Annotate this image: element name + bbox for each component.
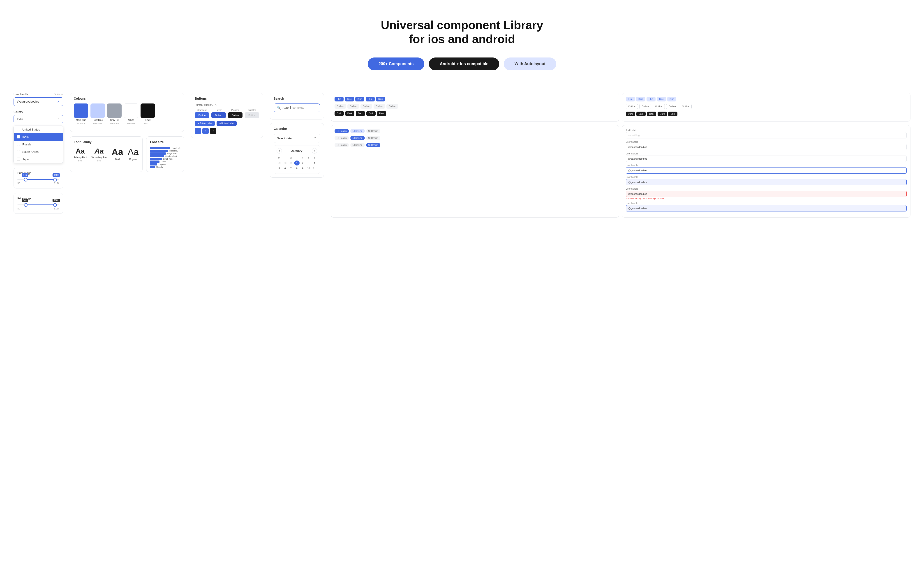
something-placeholder: something — [628, 134, 640, 137]
mini-ol-3[interactable]: Outline — [653, 104, 665, 109]
mini-blue-4[interactable]: Blue — [366, 97, 375, 102]
cal-day-29[interactable]: 29 — [277, 160, 282, 165]
mini-dk-4[interactable]: Dark — [658, 112, 667, 116]
mini-blue-3[interactable]: Blue — [355, 97, 364, 102]
mini-lb-4[interactable]: Blue — [657, 97, 666, 102]
dot-btn-2[interactable]: ● — [202, 128, 209, 134]
tags-card-left: UI Design UI Design UI Design UI Design … — [331, 125, 619, 217]
mini-dark-4[interactable]: Dark — [366, 111, 376, 116]
range-fill-2 — [26, 204, 55, 205]
mini-dk-2[interactable]: Dark — [636, 112, 646, 116]
mini-ol-5[interactable]: Outline — [680, 104, 692, 109]
mini-blue-5[interactable]: Blue — [376, 97, 385, 102]
range-thumb-right-1[interactable]: $10k — [53, 178, 57, 181]
cal-day-5[interactable]: 5 — [277, 166, 282, 171]
tag-ui-design-6[interactable]: UI Design — [366, 136, 381, 140]
field-input-4[interactable]: @gauravdoodles — [626, 179, 907, 185]
cal-day-31[interactable]: 31 — [288, 160, 294, 165]
dropdown-item-india[interactable]: India — [14, 133, 63, 141]
components-badge[interactable]: 200+ Components — [368, 58, 424, 70]
dropdown-item-russia[interactable]: Russia — [14, 141, 63, 148]
btn-icon-label-2[interactable]: ● Button Label — [216, 121, 237, 126]
tag-ui-design-7[interactable]: UI Design — [335, 143, 349, 147]
tag-ui-design-8[interactable]: UI Design — [350, 143, 365, 147]
dot-btn-3[interactable]: ● — [210, 128, 216, 134]
autolayout-badge[interactable]: With Autolayout — [504, 58, 556, 70]
mini-lb-1[interactable]: Blue — [626, 97, 635, 102]
cal-day-4[interactable]: 4 — [312, 160, 317, 165]
field-input-5[interactable]: @gauravdoodles — [626, 191, 907, 197]
range-track-2: $4k $10k — [17, 204, 59, 205]
font-size-label-4: Medium Text — [165, 155, 177, 157]
mini-dark-3[interactable]: Dark — [356, 111, 365, 116]
dropdown-item-us[interactable]: United States — [14, 126, 63, 133]
mini-gray-1[interactable]: Outline — [335, 104, 346, 109]
mini-blue-1[interactable]: Blue — [335, 97, 343, 102]
mini-dark-1[interactable]: Dark — [335, 111, 344, 116]
mini-lb-3[interactable]: Blue — [647, 97, 655, 102]
price-range-card-1: Price range $4k $10k $0 $12k — [13, 168, 63, 188]
cal-day-7[interactable]: 7 — [288, 166, 294, 171]
mini-ol-4[interactable]: Outline — [666, 104, 678, 109]
icon-label-row: ● Button Label ● Button Label — [195, 121, 259, 126]
mini-lb-5[interactable]: Blue — [667, 97, 676, 102]
mini-dark-5[interactable]: Dark — [377, 111, 386, 116]
mini-gray-3[interactable]: Outline — [360, 104, 372, 109]
calendar-select-row[interactable]: Select date ⌃ — [274, 134, 320, 143]
user-handle-input[interactable]: @gauravdoodles ✓ — [13, 97, 63, 106]
field-group-6: User handle @gauravdoodles — [626, 202, 907, 211]
btn-standard[interactable]: Button — [195, 112, 209, 118]
mini-lb-2[interactable]: Blue — [636, 97, 645, 102]
tag-ui-design-3[interactable]: UI Design — [366, 129, 381, 133]
range-thumb-right-2[interactable]: $10k — [53, 203, 57, 207]
dropdown-item-south-korea[interactable]: South Korea — [14, 148, 63, 156]
field-input-3[interactable]: @gauravdoodles | — [626, 167, 907, 174]
dropdown-item-japan[interactable]: Japan — [14, 156, 63, 163]
range-thumb-left-2[interactable]: $4k — [24, 203, 28, 207]
btn-icon-label-1[interactable]: ● Button Label — [195, 121, 215, 126]
mini-ol-2[interactable]: Outline — [639, 104, 652, 109]
tag-ui-design-1[interactable]: UI Design — [335, 129, 349, 133]
tag-ui-design-5[interactable]: UI Design — [350, 136, 365, 140]
cal-prev-btn[interactable]: ‹ — [277, 148, 282, 153]
cal-next-btn[interactable]: › — [312, 148, 317, 153]
mini-dk-5[interactable]: Dark — [668, 112, 677, 116]
font-label-secondary: Secondary Font — [91, 156, 107, 159]
font-family-section: Font Family Aa Primary Font Bold Aa Seco… — [70, 137, 143, 172]
btn-hover[interactable]: Button — [211, 112, 226, 118]
mini-gray-4[interactable]: Outline — [374, 104, 385, 109]
dot-btn-1[interactable]: ● — [195, 128, 201, 134]
cal-day-6[interactable]: 6 — [282, 166, 288, 171]
something-input[interactable]: something — [626, 132, 907, 138]
cal-day-10[interactable]: 10 — [306, 166, 311, 171]
field-input-6[interactable]: @gauravdoodles — [626, 205, 907, 211]
user-handle-optional: Optional — [54, 93, 63, 96]
mini-gray-5[interactable]: Outline — [386, 104, 398, 109]
mini-blue-2[interactable]: Blue — [345, 97, 354, 102]
color-block-black — [140, 104, 155, 118]
mini-dk-3[interactable]: Dark — [647, 112, 656, 116]
mini-gray-2[interactable]: Outline — [347, 104, 359, 109]
mini-dk-1[interactable]: Dark — [626, 112, 635, 116]
mini-dark-2[interactable]: Dark — [345, 111, 355, 116]
tag-ui-design-9[interactable]: UI Design — [366, 143, 381, 147]
tag-ui-design-2[interactable]: UI Design — [350, 129, 365, 133]
cal-day-1[interactable]: 1 — [294, 160, 300, 165]
calendar-month: January — [291, 149, 302, 152]
cal-day-11[interactable]: 11 — [312, 166, 317, 171]
android-ios-badge[interactable]: Android + Ios compatible — [429, 58, 499, 70]
search-input-box[interactable]: 🔍 Auto complete — [274, 104, 320, 112]
cal-day-2[interactable]: 2 — [300, 160, 305, 165]
field-input-2[interactable]: @gauravdoodles — [626, 156, 907, 162]
cal-day-30[interactable]: 30 — [282, 160, 288, 165]
range-thumb-left-1[interactable]: $4k — [24, 178, 28, 181]
mini-ol-1[interactable]: Outline — [626, 104, 638, 109]
btn-pressed[interactable]: Button — [228, 112, 243, 118]
cal-day-3[interactable]: 3 — [306, 160, 311, 165]
checkbox-us — [17, 128, 20, 131]
cal-day-8[interactable]: 8 — [294, 166, 300, 171]
field-input-1[interactable]: @gauravdoodles — [626, 144, 907, 150]
tag-ui-design-4[interactable]: UI Design — [335, 136, 349, 140]
cal-day-9[interactable]: 9 — [300, 166, 305, 171]
country-dropdown-header[interactable]: India ⌃ — [13, 115, 63, 124]
